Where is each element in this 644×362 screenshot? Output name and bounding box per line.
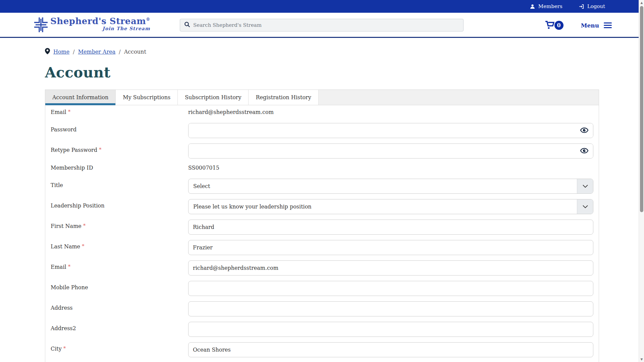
search-box: [180, 19, 464, 32]
form-row-password: Password: [51, 123, 593, 138]
leadership-position-label: Leadership Position: [51, 199, 188, 214]
title-label: Title: [51, 179, 188, 194]
mobile-phone-label: Mobile Phone: [51, 281, 188, 296]
header: Shepherd's Stream® Join The Stream 0 Men…: [0, 13, 644, 38]
first-name-label: First Name: [51, 223, 82, 229]
breadcrumb-separator: /: [119, 49, 120, 55]
required-marker: *: [68, 109, 71, 115]
email-input-label: Email: [51, 264, 66, 270]
mobile-phone-input[interactable]: [188, 281, 593, 296]
breadcrumb: Home / Member Area / Account: [45, 48, 599, 56]
form-row-city: City*: [51, 342, 593, 357]
topbar: Members Logout: [0, 0, 644, 13]
form-row-retype-password: Retype Password*: [51, 143, 593, 159]
brand-text: Shepherd's Stream® Join The Stream: [50, 17, 150, 31]
form-row-first-name: First Name*: [51, 220, 593, 235]
account-form: Email* richard@shepherdsstream.com Passw…: [45, 105, 599, 362]
email-static-value: richard@shepherdsstream.com: [188, 108, 593, 118]
form-row-last-name: Last Name*: [51, 240, 593, 255]
menu-button[interactable]: Menu: [581, 22, 612, 29]
page-title: Account: [45, 64, 599, 81]
scroll-down-arrow[interactable]: ▼: [639, 357, 644, 362]
members-label: Members: [538, 3, 562, 9]
form-row-address2: Address2: [51, 322, 593, 337]
required-marker: *: [83, 223, 86, 229]
membership-id-value: SS0007015: [188, 164, 593, 173]
eye-icon: [580, 127, 588, 134]
membership-id-label: Membership ID: [51, 164, 188, 173]
form-row-email-input: Email*: [51, 260, 593, 276]
last-name-label: Last Name: [51, 243, 80, 250]
breadcrumb-home-link[interactable]: Home: [53, 49, 69, 55]
password-visibility-toggle[interactable]: [576, 123, 593, 138]
registered-mark: ®: [146, 17, 150, 22]
tab-bar: Account Information My Subscriptions Sub…: [45, 89, 599, 105]
breadcrumb-separator: /: [73, 49, 74, 55]
retype-password-visibility-toggle[interactable]: [576, 144, 593, 158]
required-marker: *: [68, 263, 71, 269]
retype-password-label: Retype Password: [51, 147, 97, 153]
person-icon: [530, 4, 535, 9]
title-select-value: Select: [189, 179, 577, 193]
main-content: Home / Member Area / Account Account Acc…: [0, 48, 644, 362]
location-pin-icon: [45, 48, 50, 56]
vertical-scrollbar[interactable]: ▲ ▼: [639, 0, 644, 362]
title-select[interactable]: Select: [188, 179, 593, 194]
password-input[interactable]: [189, 123, 576, 138]
logout-label: Logout: [587, 3, 605, 9]
address-input[interactable]: [188, 301, 593, 316]
scroll-up-arrow[interactable]: ▲: [639, 0, 644, 5]
breadcrumb-current: Account: [124, 49, 146, 55]
members-link[interactable]: Members: [530, 3, 562, 9]
chevron-down-icon: [577, 179, 593, 193]
logout-icon: [579, 4, 584, 9]
brand-logo[interactable]: Shepherd's Stream® Join The Stream: [34, 17, 150, 34]
form-row-email-static: Email* richard@shepherdsstream.com: [51, 108, 593, 118]
logout-link[interactable]: Logout: [579, 3, 605, 9]
breadcrumb-member-area-link[interactable]: Member Area: [78, 49, 116, 55]
menu-label: Menu: [581, 22, 599, 29]
form-row-title: Title Select: [51, 179, 593, 194]
brand-tagline: Join The Stream: [50, 26, 150, 31]
brand-name: Shepherd's Stream®: [50, 17, 150, 25]
address2-input[interactable]: [188, 322, 593, 337]
hamburger-icon: [604, 22, 612, 28]
tab-subscription-history[interactable]: Subscription History: [178, 90, 249, 105]
cross-logo-icon: [34, 17, 48, 34]
address-label: Address: [51, 301, 188, 316]
tab-account-information[interactable]: Account Information: [45, 90, 116, 105]
scrollbar-thumb[interactable]: [640, 6, 643, 212]
form-row-leadership-position: Leadership Position Please let us know y…: [51, 199, 593, 214]
form-row-mobile-phone: Mobile Phone: [51, 281, 593, 296]
form-row-membership-id: Membership ID SS0007015: [51, 164, 593, 173]
first-name-input[interactable]: [188, 220, 593, 235]
address2-label: Address2: [51, 322, 188, 337]
retype-password-input[interactable]: [189, 144, 576, 158]
leadership-position-select[interactable]: Please let us know your leadership posit…: [188, 199, 593, 214]
cart-button[interactable]: 0: [545, 20, 564, 31]
tab-registration-history[interactable]: Registration History: [249, 90, 318, 105]
password-label: Password: [51, 123, 188, 138]
form-row-address: Address: [51, 301, 593, 316]
header-actions: 0 Menu: [545, 13, 612, 38]
email-input[interactable]: [188, 260, 593, 276]
eye-icon: [580, 148, 588, 155]
required-marker: *: [99, 146, 102, 153]
tab-my-subscriptions[interactable]: My Subscriptions: [116, 90, 178, 105]
leadership-position-select-value: Please let us know your leadership posit…: [189, 199, 577, 214]
city-label: City: [51, 346, 62, 352]
account-panel: Account Information My Subscriptions Sub…: [45, 89, 599, 362]
required-marker: *: [63, 345, 66, 351]
search-icon: [184, 21, 190, 29]
cart-count-badge: 0: [554, 21, 564, 30]
search-input[interactable]: [193, 22, 459, 28]
email-label: Email: [51, 109, 66, 115]
chevron-down-icon: [577, 199, 593, 214]
city-input[interactable]: [188, 342, 593, 357]
required-marker: *: [82, 243, 85, 249]
last-name-input[interactable]: [188, 240, 593, 255]
